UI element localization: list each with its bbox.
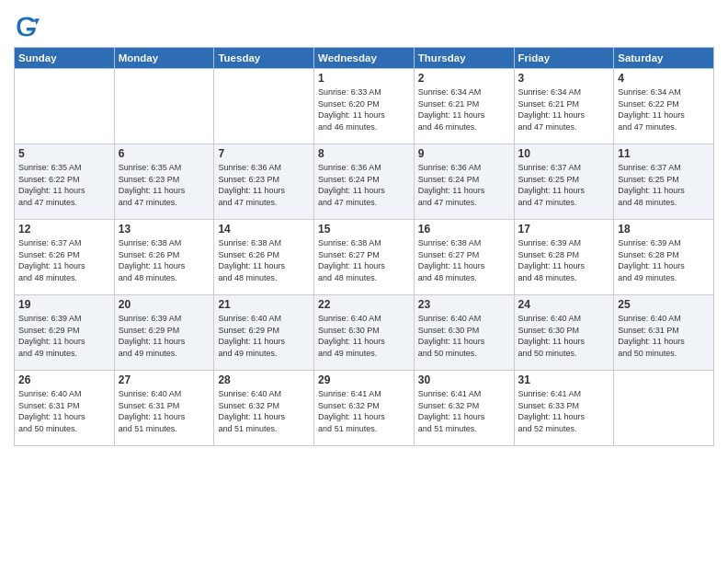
calendar-cell: 26Sunrise: 6:40 AM Sunset: 6:31 PM Dayli… bbox=[15, 371, 115, 446]
calendar-cell: 7Sunrise: 6:36 AM Sunset: 6:23 PM Daylig… bbox=[214, 144, 314, 220]
day-number: 12 bbox=[18, 223, 110, 236]
day-info: Sunrise: 6:40 AM Sunset: 6:30 PM Dayligh… bbox=[418, 313, 510, 359]
weekday-header-thursday: Thursday bbox=[414, 48, 514, 69]
day-number: 10 bbox=[518, 147, 610, 160]
day-number: 21 bbox=[218, 298, 310, 311]
calendar-cell: 6Sunrise: 6:35 AM Sunset: 6:23 PM Daylig… bbox=[114, 144, 214, 220]
day-number: 8 bbox=[318, 147, 410, 160]
calendar-cell bbox=[214, 69, 314, 144]
day-number: 6 bbox=[119, 147, 210, 160]
weekday-header-wednesday: Wednesday bbox=[314, 48, 415, 69]
day-info: Sunrise: 6:36 AM Sunset: 6:24 PM Dayligh… bbox=[318, 162, 410, 208]
day-number: 23 bbox=[418, 298, 510, 311]
calendar-cell: 12Sunrise: 6:37 AM Sunset: 6:26 PM Dayli… bbox=[15, 220, 115, 295]
day-info: Sunrise: 6:40 AM Sunset: 6:30 PM Dayligh… bbox=[518, 313, 610, 359]
day-info: Sunrise: 6:41 AM Sunset: 6:32 PM Dayligh… bbox=[318, 388, 410, 434]
day-info: Sunrise: 6:38 AM Sunset: 6:27 PM Dayligh… bbox=[318, 237, 410, 283]
day-info: Sunrise: 6:40 AM Sunset: 6:31 PM Dayligh… bbox=[618, 313, 710, 359]
day-number: 7 bbox=[218, 147, 310, 160]
day-number: 9 bbox=[418, 147, 510, 160]
calendar-cell: 20Sunrise: 6:39 AM Sunset: 6:29 PM Dayli… bbox=[114, 295, 214, 371]
day-number: 15 bbox=[318, 223, 410, 236]
day-info: Sunrise: 6:35 AM Sunset: 6:23 PM Dayligh… bbox=[119, 162, 210, 208]
weekday-header-sunday: Sunday bbox=[15, 48, 115, 69]
day-info: Sunrise: 6:38 AM Sunset: 6:27 PM Dayligh… bbox=[418, 237, 510, 283]
calendar-cell: 1Sunrise: 6:33 AM Sunset: 6:20 PM Daylig… bbox=[314, 69, 415, 144]
week-row-2: 5Sunrise: 6:35 AM Sunset: 6:22 PM Daylig… bbox=[15, 144, 714, 220]
day-number: 25 bbox=[618, 298, 710, 311]
day-info: Sunrise: 6:38 AM Sunset: 6:26 PM Dayligh… bbox=[218, 237, 310, 283]
week-row-5: 26Sunrise: 6:40 AM Sunset: 6:31 PM Dayli… bbox=[15, 371, 714, 446]
week-row-3: 12Sunrise: 6:37 AM Sunset: 6:26 PM Dayli… bbox=[15, 220, 714, 295]
day-number: 20 bbox=[119, 298, 210, 311]
weekday-header-row: SundayMondayTuesdayWednesdayThursdayFrid… bbox=[15, 48, 714, 69]
logo bbox=[14, 14, 43, 40]
calendar-cell: 17Sunrise: 6:39 AM Sunset: 6:28 PM Dayli… bbox=[514, 220, 614, 295]
day-info: Sunrise: 6:41 AM Sunset: 6:33 PM Dayligh… bbox=[518, 388, 610, 434]
day-number: 27 bbox=[119, 373, 210, 386]
day-number: 31 bbox=[518, 373, 610, 386]
day-info: Sunrise: 6:36 AM Sunset: 6:23 PM Dayligh… bbox=[218, 162, 310, 208]
day-info: Sunrise: 6:37 AM Sunset: 6:26 PM Dayligh… bbox=[18, 237, 110, 283]
day-info: Sunrise: 6:34 AM Sunset: 6:22 PM Dayligh… bbox=[618, 86, 710, 132]
calendar-cell: 25Sunrise: 6:40 AM Sunset: 6:31 PM Dayli… bbox=[614, 295, 714, 371]
calendar-cell: 23Sunrise: 6:40 AM Sunset: 6:30 PM Dayli… bbox=[414, 295, 514, 371]
page: SundayMondayTuesdayWednesdayThursdayFrid… bbox=[0, 0, 728, 563]
day-number: 29 bbox=[318, 373, 410, 386]
day-number: 18 bbox=[618, 223, 710, 236]
calendar-cell bbox=[15, 69, 115, 144]
day-info: Sunrise: 6:40 AM Sunset: 6:31 PM Dayligh… bbox=[18, 388, 110, 434]
day-info: Sunrise: 6:34 AM Sunset: 6:21 PM Dayligh… bbox=[518, 86, 610, 132]
day-number: 16 bbox=[418, 223, 510, 236]
day-info: Sunrise: 6:36 AM Sunset: 6:24 PM Dayligh… bbox=[418, 162, 510, 208]
calendar-cell: 11Sunrise: 6:37 AM Sunset: 6:25 PM Dayli… bbox=[614, 144, 714, 220]
day-number: 26 bbox=[18, 373, 110, 386]
day-info: Sunrise: 6:39 AM Sunset: 6:28 PM Dayligh… bbox=[618, 237, 710, 283]
calendar-cell: 24Sunrise: 6:40 AM Sunset: 6:30 PM Dayli… bbox=[514, 295, 614, 371]
calendar-cell: 8Sunrise: 6:36 AM Sunset: 6:24 PM Daylig… bbox=[314, 144, 415, 220]
day-number: 28 bbox=[218, 373, 310, 386]
calendar-cell: 22Sunrise: 6:40 AM Sunset: 6:30 PM Dayli… bbox=[314, 295, 415, 371]
day-info: Sunrise: 6:40 AM Sunset: 6:32 PM Dayligh… bbox=[218, 388, 310, 434]
generalblue-logo-icon bbox=[14, 14, 40, 40]
calendar-cell: 27Sunrise: 6:40 AM Sunset: 6:31 PM Dayli… bbox=[114, 371, 214, 446]
weekday-header-tuesday: Tuesday bbox=[214, 48, 314, 69]
calendar-cell: 4Sunrise: 6:34 AM Sunset: 6:22 PM Daylig… bbox=[614, 69, 714, 144]
day-number: 22 bbox=[318, 298, 410, 311]
day-info: Sunrise: 6:40 AM Sunset: 6:30 PM Dayligh… bbox=[318, 313, 410, 359]
weekday-header-monday: Monday bbox=[114, 48, 214, 69]
calendar-cell: 13Sunrise: 6:38 AM Sunset: 6:26 PM Dayli… bbox=[114, 220, 214, 295]
day-info: Sunrise: 6:40 AM Sunset: 6:29 PM Dayligh… bbox=[218, 313, 310, 359]
header bbox=[14, 9, 714, 40]
day-number: 14 bbox=[218, 223, 310, 236]
weekday-header-saturday: Saturday bbox=[614, 48, 714, 69]
day-info: Sunrise: 6:39 AM Sunset: 6:29 PM Dayligh… bbox=[119, 313, 210, 359]
calendar-cell: 19Sunrise: 6:39 AM Sunset: 6:29 PM Dayli… bbox=[15, 295, 115, 371]
day-info: Sunrise: 6:37 AM Sunset: 6:25 PM Dayligh… bbox=[518, 162, 610, 208]
day-number: 13 bbox=[119, 223, 210, 236]
calendar-cell: 10Sunrise: 6:37 AM Sunset: 6:25 PM Dayli… bbox=[514, 144, 614, 220]
weekday-header-friday: Friday bbox=[514, 48, 614, 69]
day-info: Sunrise: 6:34 AM Sunset: 6:21 PM Dayligh… bbox=[418, 86, 510, 132]
day-number: 5 bbox=[18, 147, 110, 160]
calendar-cell: 30Sunrise: 6:41 AM Sunset: 6:32 PM Dayli… bbox=[414, 371, 514, 446]
day-info: Sunrise: 6:38 AM Sunset: 6:26 PM Dayligh… bbox=[119, 237, 210, 283]
day-info: Sunrise: 6:37 AM Sunset: 6:25 PM Dayligh… bbox=[618, 162, 710, 208]
week-row-1: 1Sunrise: 6:33 AM Sunset: 6:20 PM Daylig… bbox=[15, 69, 714, 144]
calendar-cell: 15Sunrise: 6:38 AM Sunset: 6:27 PM Dayli… bbox=[314, 220, 415, 295]
calendar-cell: 18Sunrise: 6:39 AM Sunset: 6:28 PM Dayli… bbox=[614, 220, 714, 295]
calendar-cell: 14Sunrise: 6:38 AM Sunset: 6:26 PM Dayli… bbox=[214, 220, 314, 295]
calendar-cell: 16Sunrise: 6:38 AM Sunset: 6:27 PM Dayli… bbox=[414, 220, 514, 295]
day-info: Sunrise: 6:35 AM Sunset: 6:22 PM Dayligh… bbox=[18, 162, 110, 208]
calendar-cell bbox=[114, 69, 214, 144]
calendar-cell: 3Sunrise: 6:34 AM Sunset: 6:21 PM Daylig… bbox=[514, 69, 614, 144]
day-info: Sunrise: 6:39 AM Sunset: 6:28 PM Dayligh… bbox=[518, 237, 610, 283]
calendar-cell: 2Sunrise: 6:34 AM Sunset: 6:21 PM Daylig… bbox=[414, 69, 514, 144]
week-row-4: 19Sunrise: 6:39 AM Sunset: 6:29 PM Dayli… bbox=[15, 295, 714, 371]
day-number: 17 bbox=[518, 223, 610, 236]
day-number: 24 bbox=[518, 298, 610, 311]
day-info: Sunrise: 6:39 AM Sunset: 6:29 PM Dayligh… bbox=[18, 313, 110, 359]
calendar-cell: 5Sunrise: 6:35 AM Sunset: 6:22 PM Daylig… bbox=[15, 144, 115, 220]
calendar-table: SundayMondayTuesdayWednesdayThursdayFrid… bbox=[14, 47, 714, 446]
day-number: 11 bbox=[618, 147, 710, 160]
